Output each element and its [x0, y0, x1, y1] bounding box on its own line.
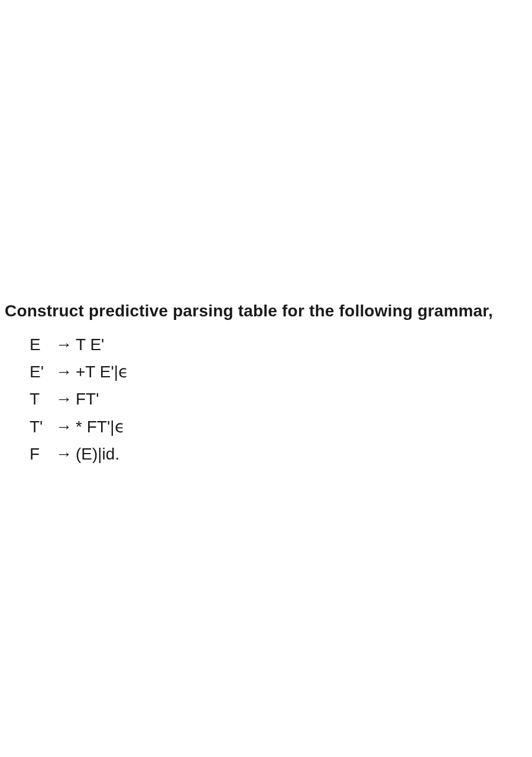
- rule-lhs: T: [30, 386, 54, 413]
- rule-lhs: E: [30, 331, 54, 358]
- rule-rhs: * FT'|ϵ: [76, 413, 125, 441]
- grammar-rule: E' → +T E'|ϵ: [30, 358, 527, 386]
- question-heading: Construct predictive parsing table for t…: [5, 302, 527, 321]
- grammar-rule: T → FT': [30, 386, 527, 413]
- document-content: Construct predictive parsing table for t…: [0, 302, 532, 468]
- rule-rhs: T E': [76, 331, 104, 358]
- arrow-icon: →: [56, 358, 72, 386]
- grammar-rules-list: E → T E' E' → +T E'|ϵ T → FT' T' → * FT'…: [5, 331, 527, 468]
- arrow-icon: →: [56, 441, 72, 468]
- rule-lhs: T': [30, 413, 54, 441]
- arrow-icon: →: [56, 386, 72, 413]
- rule-rhs: +T E'|ϵ: [76, 358, 128, 386]
- rule-rhs: (E)|id.: [76, 441, 119, 468]
- rule-rhs: FT': [76, 386, 99, 413]
- arrow-icon: →: [56, 331, 72, 358]
- rule-lhs: F: [30, 441, 54, 468]
- grammar-rule: F → (E)|id.: [30, 441, 527, 468]
- grammar-rule: E → T E': [30, 331, 527, 358]
- arrow-icon: →: [56, 413, 72, 441]
- rule-lhs: E': [30, 358, 54, 386]
- grammar-rule: T' → * FT'|ϵ: [30, 413, 527, 441]
